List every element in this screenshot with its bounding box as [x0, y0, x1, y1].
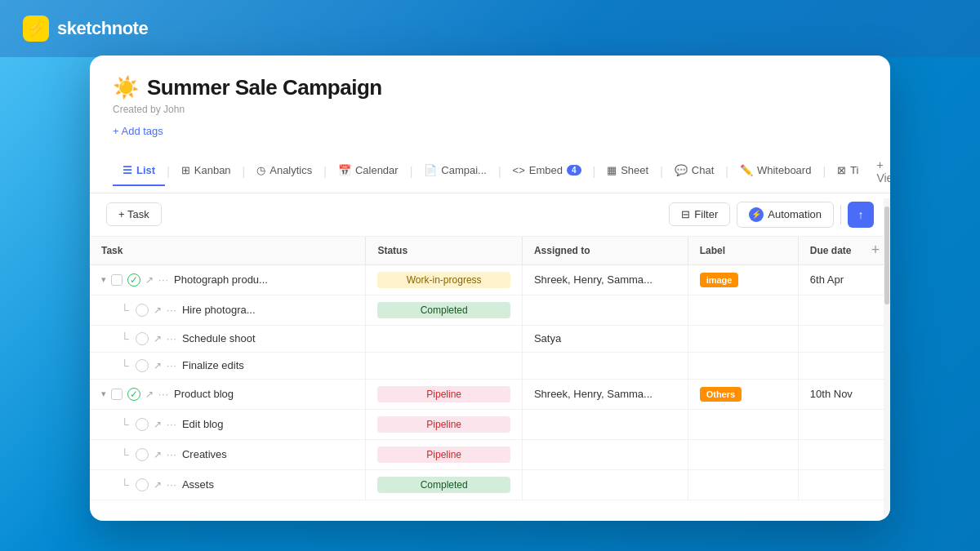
- tab-campai-label: Campai...: [441, 164, 487, 176]
- status-cell: Pipeline: [366, 439, 522, 469]
- external-link-icon[interactable]: ↗: [145, 389, 154, 400]
- tab-whiteboard[interactable]: ✏️ Whiteboard: [730, 156, 821, 186]
- scrollbar-track[interactable]: [884, 198, 890, 521]
- due-cell: [798, 352, 890, 379]
- assigned-cell: [522, 352, 688, 379]
- list-icon: ☰: [122, 164, 132, 176]
- task-cell: ▾ ✓ ↗ ··· Product blog: [90, 379, 366, 409]
- divider-8: |: [725, 165, 728, 178]
- filter-icon: ⊟: [681, 208, 690, 220]
- sheet-icon: ▦: [607, 164, 617, 176]
- ti-icon: ⊠: [837, 164, 846, 176]
- due-cell: [798, 325, 890, 352]
- table-container: Task Status Assigned to Label Due date +: [90, 237, 890, 521]
- more-options-icon[interactable]: ···: [167, 360, 177, 371]
- automation-button[interactable]: ⚡ Automation: [737, 202, 834, 228]
- task-circle[interactable]: [136, 418, 149, 431]
- due-cell: [798, 439, 890, 469]
- more-options-icon[interactable]: ···: [167, 479, 177, 491]
- tab-calendar[interactable]: 📅 Calendar: [328, 156, 408, 186]
- chevron-icon[interactable]: ▾: [101, 389, 106, 399]
- tab-list-label: List: [136, 164, 155, 176]
- more-options-icon[interactable]: ···: [167, 419, 177, 430]
- task-name: Finalize edits: [182, 359, 244, 371]
- sub-indent-icon: └: [121, 478, 129, 491]
- external-link-icon[interactable]: ↗: [154, 360, 162, 371]
- status-cell: [366, 325, 522, 352]
- col-header-label: Label: [688, 237, 798, 265]
- campai-icon: 📄: [424, 164, 437, 176]
- filter-button[interactable]: ⊟ Filter: [669, 202, 730, 226]
- created-by: Created by John: [113, 104, 867, 115]
- upload-button[interactable]: ↑: [848, 202, 874, 228]
- tab-ti[interactable]: ⊠ Ti: [827, 156, 868, 186]
- task-checkbox[interactable]: [111, 274, 122, 286]
- task-circle[interactable]: [136, 304, 149, 317]
- sub-indent-icon: └: [121, 418, 129, 431]
- sub-indent-icon: └: [121, 359, 129, 372]
- more-options-icon[interactable]: ···: [158, 274, 169, 286]
- toolbar-right: ⊟ Filter ⚡ Automation ↑: [669, 202, 874, 228]
- assigned-cell: Shreek, Henry, Samma...: [522, 379, 688, 409]
- chevron-icon[interactable]: ▾: [101, 274, 106, 285]
- col-header-task: Task: [90, 237, 366, 265]
- task-checkbox[interactable]: [111, 389, 122, 400]
- table-row: ▾ ✓ ↗ ··· Photograph produ... Work-in-pr…: [90, 264, 890, 295]
- table-row: ▾ ✓ ↗ ··· Product blog Pipeline Shreek, …: [90, 379, 890, 409]
- table-row: └ ↗ ··· Finalize edits: [90, 352, 890, 379]
- tab-kanban[interactable]: ⊞ Kanban: [172, 156, 241, 186]
- status-cell: Pipeline: [366, 409, 522, 439]
- external-link-icon[interactable]: ↗: [154, 479, 162, 491]
- add-task-button[interactable]: + Task: [106, 202, 162, 226]
- task-cell: └ ↗ ··· Schedule shoot: [90, 325, 366, 352]
- external-link-icon[interactable]: ↗: [154, 449, 162, 460]
- project-title: Summer Sale Campaign: [147, 75, 382, 100]
- divider-3: |: [323, 165, 327, 178]
- tab-sheet[interactable]: ▦ Sheet: [597, 156, 658, 186]
- label-cell: Others: [688, 379, 798, 409]
- tab-campai[interactable]: 📄 Campai...: [414, 156, 497, 186]
- divider-7: |: [660, 165, 663, 178]
- task-circle[interactable]: [136, 448, 149, 461]
- task-complete-circle[interactable]: ✓: [127, 388, 140, 401]
- more-options-icon[interactable]: ···: [158, 389, 169, 400]
- task-circle[interactable]: [136, 332, 149, 345]
- top-bar: ⚡ sketchnote: [0, 0, 980, 57]
- embed-icon: <>: [513, 164, 525, 176]
- task-circle[interactable]: [136, 359, 149, 372]
- task-cell: ▾ ✓ ↗ ··· Photograph produ...: [90, 264, 366, 295]
- table-row: └ ↗ ··· Schedule shoot Satya: [90, 325, 890, 352]
- scrollbar-thumb[interactable]: [884, 207, 889, 304]
- logo-area: ⚡ sketchnote: [23, 16, 148, 42]
- task-cell: └ ↗ ··· Hire photogra...: [90, 295, 366, 325]
- app-logo-icon: ⚡: [23, 16, 49, 42]
- task-circle[interactable]: [136, 478, 149, 491]
- tab-embed-label: Embed: [529, 164, 563, 176]
- external-link-icon[interactable]: ↗: [154, 304, 162, 316]
- more-options-icon[interactable]: ···: [167, 449, 177, 460]
- add-view-button[interactable]: + View: [868, 150, 890, 193]
- more-options-icon[interactable]: ···: [167, 333, 177, 344]
- table-row: └ ↗ ··· Edit blog Pipeline: [90, 409, 890, 439]
- task-name: Product blog: [174, 388, 234, 400]
- tab-analytics[interactable]: ◷ Analytics: [247, 156, 322, 186]
- add-tags-button[interactable]: + Add tags: [113, 125, 163, 137]
- tab-calendar-label: Calendar: [355, 164, 399, 176]
- table-row: └ ↗ ··· Creatives Pipeline: [90, 439, 890, 469]
- external-link-icon[interactable]: ↗: [145, 274, 154, 286]
- label-cell: [688, 469, 798, 500]
- tab-chat[interactable]: 💬 Chat: [665, 156, 724, 186]
- divider-9: |: [822, 165, 826, 178]
- tab-list[interactable]: ☰ List: [113, 156, 165, 186]
- external-link-icon[interactable]: ↗: [154, 333, 162, 344]
- more-options-icon[interactable]: ···: [167, 304, 177, 316]
- task-complete-circle[interactable]: ✓: [127, 273, 140, 287]
- embed-badge: 4: [567, 165, 581, 176]
- tab-embed[interactable]: <> Embed 4: [503, 156, 591, 186]
- automation-label: Automation: [768, 208, 822, 220]
- main-card: ☀️ Summer Sale Campaign Created by John …: [90, 56, 890, 521]
- external-link-icon[interactable]: ↗: [154, 419, 162, 430]
- tab-ti-label: Ti: [850, 164, 858, 176]
- label-cell: [688, 409, 798, 439]
- label-cell: image: [688, 264, 798, 295]
